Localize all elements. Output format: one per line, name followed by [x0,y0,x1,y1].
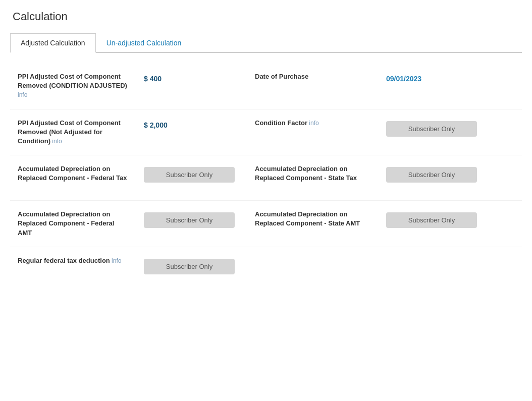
tab-unadjusted-calculation[interactable]: Un-adjusted Calculation [96,33,192,53]
calculation-table: PPI Adjusted Cost of Component Removed (… [10,63,522,293]
cell: Subscriber Only [379,109,490,146]
field-label: Accumulated Depreciation on Replaced Com… [18,164,129,183]
subscriber-only-button[interactable]: Subscriber Only [386,212,477,228]
table-row: PPI Adjusted Cost of Component Removed (… [10,63,522,109]
cell: Regular federal tax deduction info [10,247,136,274]
cell: PPI Adjusted Cost of Component Removed (… [10,109,136,155]
table-row: Regular federal tax deduction infoSubscr… [10,247,522,293]
table-row: PPI Adjusted Cost of Component Removed (… [10,109,522,156]
cell [247,247,379,265]
cell: Condition Factor info [247,109,379,137]
table-row: Accumulated Depreciation on Replaced Com… [10,155,522,201]
cell: PPI Adjusted Cost of Component Removed (… [10,63,136,109]
cell: Subscriber Only [136,155,247,192]
field-label: Accumulated Depreciation on Replaced Com… [18,210,129,238]
field-label: Accumulated Depreciation on Replaced Com… [255,164,371,183]
cell: Accumulated Depreciation on Replaced Com… [10,201,136,247]
cell: 09/01/2023 [379,63,490,92]
cell: Accumulated Depreciation on Replaced Com… [10,155,136,192]
info-link[interactable]: info [50,138,62,145]
info-link[interactable]: info [110,257,122,264]
field-label: Condition Factor info [255,119,371,128]
cell: $ 400 [136,63,247,92]
tab-bar: Adjusted Calculation Un-adjusted Calcula… [10,33,522,53]
field-label: Accumulated Depreciation on Replaced Com… [255,210,371,228]
cell: Subscriber Only [379,155,490,192]
field-value: $ 2,000 [144,119,240,129]
field-value: 09/01/2023 [386,72,482,83]
subscriber-only-button[interactable]: Subscriber Only [144,212,235,228]
table-row: Accumulated Depreciation on Replaced Com… [10,201,522,247]
cell: Accumulated Depreciation on Replaced Com… [247,201,379,237]
field-label: Date of Purchase [255,72,371,81]
cell: Subscriber Only [136,247,247,283]
subscriber-only-button[interactable]: Subscriber Only [144,167,235,183]
cell: Subscriber Only [136,201,247,237]
page-title: Calculation [10,10,522,23]
subscriber-only-button[interactable]: Subscriber Only [386,121,477,137]
cell: Date of Purchase [247,63,379,90]
info-link[interactable]: info [18,91,27,98]
info-link[interactable]: info [307,120,319,127]
field-label: PPI Adjusted Cost of Component Removed (… [18,119,129,146]
cell [379,247,490,265]
field-value: $ 400 [144,72,240,83]
cell: $ 2,000 [136,109,247,138]
cell: Subscriber Only [379,201,490,237]
tab-adjusted-calculation[interactable]: Adjusted Calculation [10,33,96,53]
subscriber-only-button[interactable]: Subscriber Only [386,167,477,183]
field-label: PPI Adjusted Cost of Component Removed (… [18,72,129,100]
subscriber-only-button[interactable]: Subscriber Only [144,259,235,274]
field-label: Regular federal tax deduction info [18,256,129,265]
cell: Accumulated Depreciation on Replaced Com… [247,155,379,192]
